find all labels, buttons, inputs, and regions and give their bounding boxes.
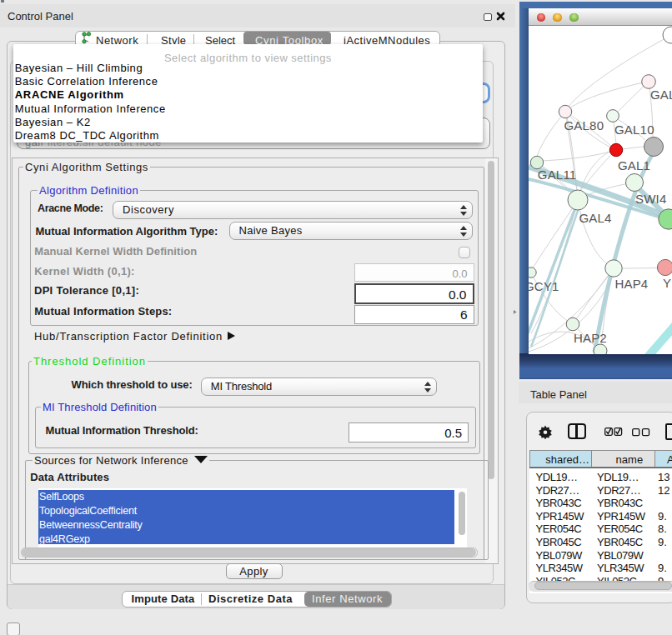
svg-text:Y: Y: [663, 276, 671, 290]
svg-text:HAP2: HAP2: [574, 331, 607, 345]
svg-text:SWI4: SWI4: [635, 192, 666, 206]
svg-text:GAL11: GAL11: [538, 168, 577, 182]
svg-text:GAL10: GAL10: [614, 122, 654, 137]
svg-text:GAL80: GAL80: [564, 118, 604, 132]
svg-text:GAL2: GAL2: [650, 88, 672, 102]
svg-text:HAP4: HAP4: [614, 277, 648, 291]
svg-text:GAL4: GAL4: [579, 211, 611, 225]
svg-text:GAL1: GAL1: [618, 158, 650, 172]
svg-text:GCY1: GCY1: [529, 279, 559, 293]
